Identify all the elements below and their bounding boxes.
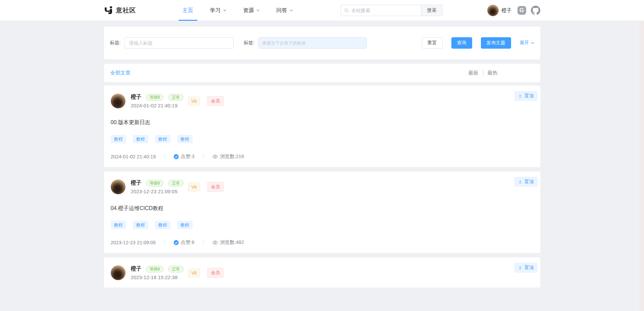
post-title[interactable]: 04.橙子运维CICD教程 xyxy=(111,205,534,212)
avatar[interactable] xyxy=(111,94,126,108)
search-icon xyxy=(344,8,349,13)
tag[interactable]: 教程 xyxy=(177,221,193,229)
pin-top-icon xyxy=(518,94,523,98)
vip-badge: V8 xyxy=(188,183,200,192)
gitee-icon[interactable]: G xyxy=(517,6,526,15)
chevron-down-icon xyxy=(256,9,260,12)
post-footer: 2023-12-23 21:09:05 点赞:6 xyxy=(111,239,534,246)
avatar[interactable] xyxy=(111,179,126,194)
main-nav: 主页 学习 资源 问答 xyxy=(183,0,293,21)
views-eye-icon xyxy=(212,240,218,246)
level-badge: 等级8 xyxy=(146,266,164,272)
top-navbar: 意社区 主页 学习 资源 问答 xyxy=(0,0,644,21)
vip-badge: V8 xyxy=(188,97,200,106)
post-tags: 教程 教程 教程 教程 xyxy=(111,221,534,229)
footer-date: 2024-01-02 21:40:19 xyxy=(111,154,156,159)
search-button[interactable]: 搜索 xyxy=(421,5,443,16)
level-badge: 等级8 xyxy=(146,94,164,101)
avatar[interactable] xyxy=(111,265,126,280)
chevron-down-icon xyxy=(223,9,227,12)
tag-filter-label: 标签: xyxy=(244,40,254,46)
post-user-row: 橙子 等级8 正常 2023-12-16 15:22:38 V8 会员 xyxy=(111,265,534,280)
pin-top-icon xyxy=(518,179,523,184)
tag[interactable]: 教程 xyxy=(133,221,148,229)
reset-button[interactable]: 重置 xyxy=(422,37,443,49)
member-badge: 会员 xyxy=(207,96,224,106)
views-count: 浏览数:482 xyxy=(220,239,244,246)
nav-item-learn[interactable]: 学习 xyxy=(210,0,227,21)
pin-top-icon xyxy=(518,265,523,270)
views-eye-icon xyxy=(212,154,218,160)
footer-date: 2023-12-23 21:09:05 xyxy=(111,240,156,245)
post-card: 置顶 橙子 等级8 正常 2023-12-16 15:22:38 V8 会员 xyxy=(104,257,540,288)
username[interactable]: 橙子 xyxy=(502,7,512,14)
sort-newest[interactable]: 最新 xyxy=(468,70,479,76)
chevron-down-icon xyxy=(531,41,534,45)
post-datetime: 2023-12-23 21:09:05 xyxy=(131,189,184,194)
likes-count: 点赞:3 xyxy=(181,153,194,160)
pin-button[interactable]: 置顶 xyxy=(514,91,538,101)
post-title[interactable]: 00.版本更新日志 xyxy=(111,119,534,126)
logo-icon xyxy=(104,6,113,15)
scrollbar-track[interactable] xyxy=(639,21,644,311)
avatar[interactable] xyxy=(487,5,499,16)
post-tags: 教程 教程 教程 教程 xyxy=(111,135,534,143)
search-input[interactable] xyxy=(351,8,417,13)
user-area: 橙子 G xyxy=(487,5,540,16)
status-badge: 正常 xyxy=(168,266,184,272)
tag[interactable]: 教程 xyxy=(155,135,170,143)
filter-panel: 标题: 标签: 重置 查询 发布主题 展开 xyxy=(104,27,540,59)
page: 意社区 主页 学习 资源 问答 xyxy=(0,0,644,311)
title-filter-label: 标题: xyxy=(110,40,121,46)
post-footer: 2024-01-02 21:40:19 点赞:3 xyxy=(111,153,534,160)
level-badge: 等级8 xyxy=(146,180,164,187)
pin-button[interactable]: 置顶 xyxy=(514,177,538,187)
title-filter-input[interactable] xyxy=(125,37,234,49)
post-card: 置顶 橙子 等级8 正常 2024-01-02 21:40:19 V8 会员 xyxy=(104,86,540,167)
pin-button[interactable]: 置顶 xyxy=(514,263,538,273)
post-author[interactable]: 橙子 xyxy=(131,179,142,187)
nav-item-qa[interactable]: 问答 xyxy=(277,0,293,21)
tag[interactable]: 教程 xyxy=(111,221,126,229)
member-badge: 会员 xyxy=(207,268,224,278)
list-header: 全部文章 最新 最热 xyxy=(104,64,540,82)
vip-badge: V8 xyxy=(188,268,200,277)
sort-divider xyxy=(483,70,483,75)
member-badge: 会员 xyxy=(207,182,224,192)
post-author[interactable]: 橙子 xyxy=(131,265,142,272)
query-button[interactable]: 查询 xyxy=(451,37,472,49)
github-icon[interactable] xyxy=(531,6,540,15)
tag[interactable]: 教程 xyxy=(177,135,193,143)
publish-topic-button[interactable]: 发布主题 xyxy=(481,37,511,49)
views-count: 浏览数:216 xyxy=(220,153,244,160)
status-badge: 正常 xyxy=(168,180,184,187)
all-articles-link[interactable]: 全部文章 xyxy=(110,70,131,76)
tag[interactable]: 教程 xyxy=(111,135,126,143)
scrollbar-thumb[interactable] xyxy=(640,0,644,21)
post-author[interactable]: 橙子 xyxy=(131,94,142,101)
nav-item-resources[interactable]: 资源 xyxy=(243,0,260,21)
tag[interactable]: 教程 xyxy=(155,221,170,229)
post-datetime: 2023-12-16 15:22:38 xyxy=(131,274,184,280)
expand-toggle[interactable]: 展开 xyxy=(520,40,534,46)
post-datetime: 2024-01-02 21:40:19 xyxy=(131,103,184,108)
like-check-icon xyxy=(174,154,179,159)
post-user-row: 橙子 等级8 正常 2024-01-02 21:40:19 V8 会员 xyxy=(111,94,534,108)
likes-count: 点赞:6 xyxy=(181,239,194,246)
chevron-down-icon xyxy=(290,9,293,12)
site-logo[interactable]: 意社区 xyxy=(104,6,136,15)
nav-item-home[interactable]: 主页 xyxy=(183,0,193,21)
site-title: 意社区 xyxy=(116,6,136,15)
sort-hottest[interactable]: 最热 xyxy=(488,70,498,76)
like-check-icon xyxy=(174,240,179,245)
post-user-row: 橙子 等级8 正常 2023-12-23 21:09:05 V8 会员 xyxy=(111,179,534,194)
tag[interactable]: 教程 xyxy=(133,135,148,143)
post-card: 置顶 橙子 等级8 正常 2023-12-23 21:09:05 V8 会员 xyxy=(104,171,540,253)
site-search: 搜索 xyxy=(341,5,443,16)
status-badge: 正常 xyxy=(168,94,184,101)
tag-filter-input[interactable] xyxy=(258,37,367,49)
